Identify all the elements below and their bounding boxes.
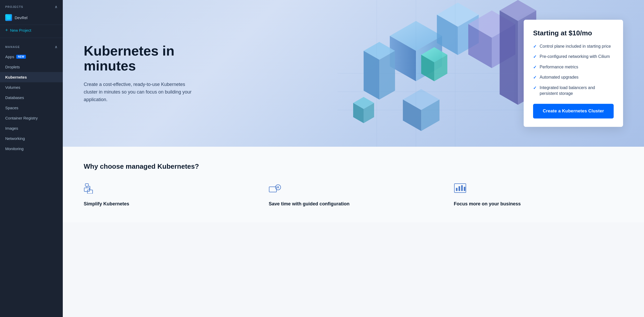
- feature-card-title: Simplify Kubernetes: [84, 201, 129, 207]
- projects-label: PROJECTS: [5, 5, 23, 8]
- feature-card-guided: Save time with guided configuration: [269, 183, 438, 207]
- sidebar-divider: [0, 38, 63, 38]
- manage-chevron-icon: ∧: [55, 45, 58, 49]
- check-icon: ✓: [533, 54, 536, 60]
- features-grid: Simplify KubernetesSave time with guided…: [84, 183, 623, 207]
- create-cluster-button[interactable]: Create a Kubernetes Cluster: [533, 104, 614, 119]
- sidebar-item-container-registry[interactable]: Container Registry: [0, 113, 63, 123]
- new-project-button[interactable]: + New Project: [0, 25, 63, 36]
- sidebar-item-monitoring[interactable]: Monitoring: [0, 144, 63, 154]
- feature-text: Performance metrics: [540, 64, 578, 70]
- feature-text: Integrated load balancers and persistent…: [540, 85, 614, 97]
- feature-item: ✓Integrated load balancers and persisten…: [533, 85, 614, 97]
- feature-card-title: Save time with guided configuration: [269, 201, 349, 207]
- project-name: DevRel: [15, 15, 27, 20]
- sidebar-item-volumes[interactable]: Volumes: [0, 82, 63, 92]
- simplify-icon: [84, 183, 96, 196]
- feature-item: ✓Performance metrics: [533, 64, 614, 70]
- check-icon: ✓: [533, 75, 536, 81]
- hero-section: Kubernetes in minutes Create a cost-effe…: [63, 0, 644, 147]
- svg-rect-42: [461, 185, 463, 191]
- sidebar-nav: AppsNEWDropletsKubernetesVolumesDatabase…: [0, 52, 63, 154]
- sidebar-item-droplets[interactable]: Droplets: [0, 62, 63, 72]
- manage-label: MANAGE: [5, 45, 20, 48]
- guided-icon: [269, 183, 281, 196]
- feature-card-simplify: Simplify Kubernetes: [84, 183, 253, 207]
- manage-section-header: MANAGE ∧: [0, 40, 63, 52]
- svg-rect-0: [7, 15, 11, 20]
- badge-new: NEW: [16, 55, 26, 59]
- plus-icon: +: [5, 28, 8, 33]
- feature-text: Control plane included in starting price: [540, 43, 611, 49]
- feature-item: ✓Pre-configured networking with Cilium: [533, 54, 614, 60]
- sidebar-item-kubernetes[interactable]: Kubernetes: [0, 72, 63, 82]
- projects-section-header: PROJECTS ∧: [0, 0, 63, 12]
- check-icon: ✓: [533, 85, 536, 91]
- svg-rect-36: [85, 184, 88, 186]
- hero-content: Kubernetes in minutes Create a cost-effe…: [84, 43, 220, 103]
- feature-card-business: Focus more on your business: [454, 183, 623, 207]
- sidebar-item-databases[interactable]: Databases: [0, 92, 63, 103]
- svg-marker-20: [500, 10, 518, 105]
- pricing-card: Starting at $10/mo ✓Control plane includ…: [524, 20, 623, 127]
- project-devrel[interactable]: DevRel: [0, 12, 63, 24]
- svg-rect-41: [459, 186, 460, 191]
- sidebar: PROJECTS ∧ DevRel + New Project MANAGE ∧…: [0, 0, 63, 317]
- sidebar-item-spaces[interactable]: Spaces: [0, 103, 63, 113]
- pricing-title: Starting at $10/mo: [533, 29, 614, 37]
- check-icon: ✓: [533, 64, 536, 70]
- sidebar-item-apps[interactable]: AppsNEW: [0, 52, 63, 62]
- hero-title: Kubernetes in minutes: [84, 43, 220, 73]
- main-content: Kubernetes in minutes Create a cost-effe…: [63, 0, 644, 317]
- feature-list: ✓Control plane included in starting pric…: [533, 43, 614, 96]
- why-title: Why choose managed Kubernetes?: [84, 162, 623, 171]
- feature-item: ✓Control plane included in starting pric…: [533, 43, 614, 50]
- feature-text: Automated upgrades: [540, 75, 579, 80]
- business-icon: [454, 183, 466, 196]
- check-icon: ✓: [533, 44, 536, 50]
- new-project-label: New Project: [10, 28, 31, 32]
- svg-rect-43: [464, 187, 465, 191]
- sidebar-item-images[interactable]: Images: [0, 123, 63, 133]
- project-icon: [5, 14, 12, 21]
- hero-description: Create a cost-effective, ready-to-use Ku…: [84, 81, 199, 103]
- svg-rect-40: [456, 188, 457, 191]
- feature-item: ✓Automated upgrades: [533, 75, 614, 81]
- why-section: Why choose managed Kubernetes? Simplify …: [63, 147, 644, 222]
- projects-chevron-icon: ∧: [55, 5, 58, 9]
- feature-card-title: Focus more on your business: [454, 201, 521, 207]
- sidebar-item-networking[interactable]: Networking: [0, 133, 63, 144]
- feature-text: Pre-configured networking with Cilium: [540, 54, 610, 60]
